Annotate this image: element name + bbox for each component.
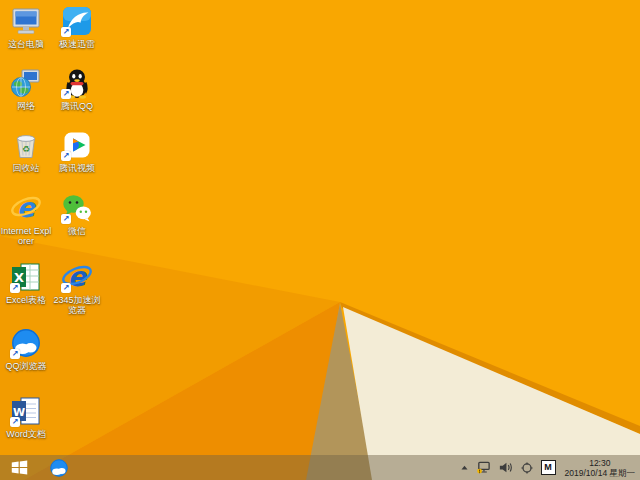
- desktop-icon-this-pc[interactable]: 这台电脑: [0, 5, 52, 49]
- clock-date: 2019/10/14 星期一: [565, 468, 635, 478]
- icon-label: 这台电脑: [0, 39, 52, 49]
- circle-crosshair-icon: [520, 461, 534, 475]
- icon-label: 腾讯视频: [51, 163, 103, 173]
- qq-browser-icon: [10, 327, 42, 359]
- word-icon: W: [10, 395, 42, 427]
- icon-label: 腾讯QQ: [51, 101, 103, 111]
- icon-label: 2345加速浏览器: [51, 295, 103, 315]
- svg-text:e: e: [17, 192, 37, 223]
- system-tray: M 12:30 2019/10/14 星期一: [460, 455, 640, 480]
- desktop-icon-thunder[interactable]: 极速迅雷: [51, 5, 103, 49]
- tencent-video-icon: [61, 129, 93, 161]
- desktop: 这台电脑 网络 ♻ 回收站: [0, 0, 640, 480]
- desktop-icon-excel[interactable]: X Excel表格: [0, 261, 52, 305]
- taskbar: M 12:30 2019/10/14 星期一: [0, 455, 640, 480]
- network-icon: [10, 67, 42, 99]
- shortcut-arrow-icon: [61, 214, 71, 224]
- this-pc-icon: [10, 5, 42, 37]
- desktop-icon-wechat[interactable]: 微信: [51, 192, 103, 236]
- float-utility-button[interactable]: [520, 461, 534, 475]
- recycle-bin-icon: ♻: [10, 129, 42, 161]
- desktop-icon-recycle-bin[interactable]: ♻ 回收站: [0, 129, 52, 173]
- shortcut-arrow-icon: [61, 27, 71, 37]
- taskbar-clock[interactable]: 12:30 2019/10/14 星期一: [563, 458, 635, 478]
- desktop-icon-word[interactable]: W Word文档: [0, 395, 52, 439]
- icon-label: Word文档: [0, 429, 52, 439]
- clock-time: 12:30: [565, 458, 635, 468]
- network-status-button[interactable]: [476, 460, 491, 475]
- shortcut-arrow-icon: [61, 151, 71, 161]
- icon-label: 微信: [51, 226, 103, 236]
- desktop-icon-tencent-video[interactable]: 腾讯视频: [51, 129, 103, 173]
- thunder-icon: [61, 5, 93, 37]
- icon-label: 回收站: [0, 163, 52, 173]
- icon-label: 极速迅雷: [51, 39, 103, 49]
- desktop-icon-tencent-qq[interactable]: 腾讯QQ: [51, 67, 103, 111]
- desktop-icon-2345-browser[interactable]: e 2345加速浏览器: [51, 261, 103, 315]
- internet-explorer-icon: e: [10, 192, 42, 224]
- shortcut-arrow-icon: [10, 283, 20, 293]
- 2345-browser-icon: e: [61, 261, 93, 293]
- desktop-icon-network[interactable]: 网络: [0, 67, 52, 111]
- desktop-icon-qq-browser[interactable]: QQ浏览器: [0, 327, 52, 371]
- speaker-icon: [498, 460, 513, 475]
- desktop-icon-internet-explorer[interactable]: e Internet Explorer: [0, 192, 52, 246]
- icon-label: 网络: [0, 101, 52, 111]
- icon-label: Internet Explorer: [0, 226, 52, 246]
- qq-browser-icon: [49, 458, 69, 478]
- wechat-icon: [61, 192, 93, 224]
- start-button[interactable]: [2, 455, 36, 480]
- shortcut-arrow-icon: [61, 283, 71, 293]
- icon-label: QQ浏览器: [0, 361, 52, 371]
- excel-icon: X: [10, 261, 42, 293]
- icon-label: Excel表格: [0, 295, 52, 305]
- network-warning-icon: [476, 460, 491, 475]
- hidden-icons-button[interactable]: [460, 463, 469, 472]
- ime-indicator[interactable]: M: [541, 460, 556, 475]
- windows-logo-icon: [10, 458, 29, 477]
- chevron-up-icon: [460, 463, 469, 472]
- svg-text:♻: ♻: [22, 144, 30, 154]
- taskbar-pinned-qq-browser[interactable]: [44, 455, 74, 480]
- shortcut-arrow-icon: [61, 89, 71, 99]
- ime-mode-label: M: [544, 463, 552, 472]
- tencent-qq-icon: [61, 67, 93, 99]
- shortcut-arrow-icon: [10, 417, 20, 427]
- shortcut-arrow-icon: [10, 349, 20, 359]
- volume-button[interactable]: [498, 460, 513, 475]
